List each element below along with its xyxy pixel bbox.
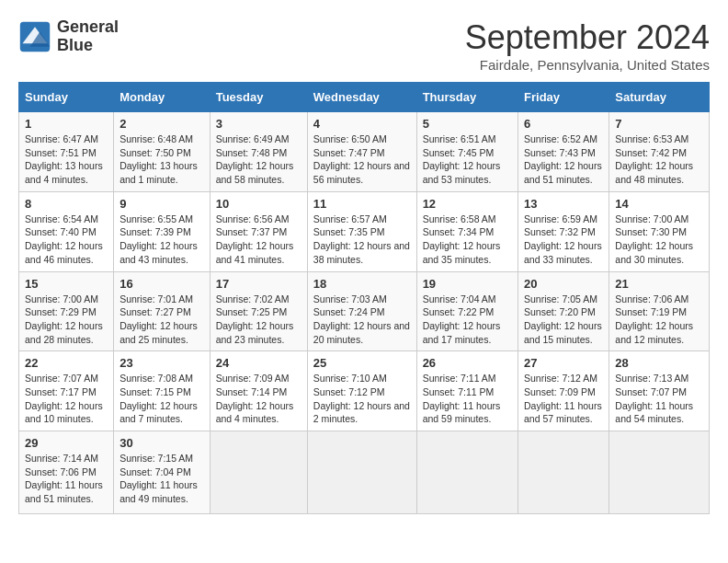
weekday-header-wednesday: Wednesday: [307, 83, 416, 112]
calendar-cell: [609, 431, 710, 514]
day-number: 26: [423, 356, 512, 370]
day-number: 9: [119, 197, 204, 211]
day-detail: Sunrise: 7:13 AMSunset: 7:07 PMDaylight:…: [615, 373, 693, 424]
calendar-cell: [307, 431, 416, 514]
calendar-cell: 2 Sunrise: 6:48 AMSunset: 7:50 PMDayligh…: [114, 112, 210, 192]
calendar-cell: 24 Sunrise: 7:09 AMSunset: 7:14 PMDaylig…: [210, 351, 307, 431]
day-detail: Sunrise: 7:01 AMSunset: 7:27 PMDaylight:…: [119, 293, 198, 345]
day-number: 17: [216, 277, 301, 291]
calendar-cell: 9 Sunrise: 6:55 AMSunset: 7:39 PMDayligh…: [114, 191, 210, 271]
day-detail: Sunrise: 7:08 AMSunset: 7:15 PMDaylight:…: [119, 373, 198, 424]
calendar-cell: 14 Sunrise: 7:00 AMSunset: 7:30 PMDaylig…: [609, 191, 710, 271]
month-title: September 2024: [465, 18, 710, 57]
day-number: 13: [524, 197, 603, 211]
weekday-header-friday: Friday: [518, 83, 609, 112]
calendar-cell: 10 Sunrise: 6:56 AMSunset: 7:37 PMDaylig…: [210, 191, 307, 271]
day-number: 8: [25, 197, 108, 211]
day-detail: Sunrise: 6:49 AMSunset: 7:48 PMDaylight:…: [216, 133, 294, 185]
calendar-table: SundayMondayTuesdayWednesdayThursdayFrid…: [18, 82, 710, 514]
page-header: General Blue September 2024 Fairdale, Pe…: [18, 18, 710, 73]
calendar-cell: 28 Sunrise: 7:13 AMSunset: 7:07 PMDaylig…: [609, 351, 710, 431]
day-detail: Sunrise: 6:59 AMSunset: 7:32 PMDaylight:…: [524, 213, 602, 265]
day-detail: Sunrise: 7:06 AMSunset: 7:19 PMDaylight:…: [615, 293, 693, 345]
weekday-header-sunday: Sunday: [19, 83, 114, 112]
day-number: 5: [423, 117, 512, 131]
day-number: 22: [25, 356, 108, 370]
day-detail: Sunrise: 6:51 AMSunset: 7:45 PMDaylight:…: [423, 133, 501, 185]
weekday-header-tuesday: Tuesday: [210, 83, 307, 112]
calendar-cell: 19 Sunrise: 7:04 AMSunset: 7:22 PMDaylig…: [416, 271, 518, 351]
day-detail: Sunrise: 7:00 AMSunset: 7:30 PMDaylight:…: [615, 213, 693, 265]
day-detail: Sunrise: 6:48 AMSunset: 7:50 PMDaylight:…: [119, 133, 198, 185]
calendar-cell: 22 Sunrise: 7:07 AMSunset: 7:17 PMDaylig…: [19, 351, 114, 431]
weekday-header-monday: Monday: [114, 83, 210, 112]
day-number: 21: [615, 277, 703, 291]
calendar-cell: 8 Sunrise: 6:54 AMSunset: 7:40 PMDayligh…: [19, 191, 114, 271]
day-number: 4: [313, 117, 411, 131]
weekday-header-saturday: Saturday: [609, 83, 710, 112]
day-number: 7: [615, 117, 703, 131]
day-number: 18: [313, 277, 411, 291]
calendar-cell: 23 Sunrise: 7:08 AMSunset: 7:15 PMDaylig…: [114, 351, 210, 431]
day-detail: Sunrise: 6:57 AMSunset: 7:35 PMDaylight:…: [313, 213, 410, 265]
day-number: 28: [615, 356, 703, 370]
day-detail: Sunrise: 7:15 AMSunset: 7:04 PMDaylight:…: [119, 453, 198, 504]
day-number: 3: [216, 117, 301, 131]
day-detail: Sunrise: 7:05 AMSunset: 7:20 PMDaylight:…: [524, 293, 602, 345]
day-detail: Sunrise: 7:04 AMSunset: 7:22 PMDaylight:…: [423, 293, 501, 345]
day-number: 27: [524, 356, 603, 370]
day-number: 20: [524, 277, 603, 291]
day-detail: Sunrise: 7:12 AMSunset: 7:09 PMDaylight:…: [524, 373, 602, 424]
calendar-cell: 13 Sunrise: 6:59 AMSunset: 7:32 PMDaylig…: [518, 191, 609, 271]
day-number: 14: [615, 197, 703, 211]
day-number: 1: [25, 117, 108, 131]
logo-icon: [18, 20, 51, 53]
calendar-cell: 5 Sunrise: 6:51 AMSunset: 7:45 PMDayligh…: [416, 112, 518, 192]
day-detail: Sunrise: 6:58 AMSunset: 7:34 PMDaylight:…: [423, 213, 501, 265]
calendar-cell: 12 Sunrise: 6:58 AMSunset: 7:34 PMDaylig…: [416, 191, 518, 271]
day-detail: Sunrise: 6:52 AMSunset: 7:43 PMDaylight:…: [524, 133, 602, 185]
day-number: 30: [119, 436, 204, 450]
day-number: 19: [423, 277, 512, 291]
calendar-cell: 26 Sunrise: 7:11 AMSunset: 7:11 PMDaylig…: [416, 351, 518, 431]
day-detail: Sunrise: 7:07 AMSunset: 7:17 PMDaylight:…: [25, 373, 103, 424]
day-detail: Sunrise: 6:53 AMSunset: 7:42 PMDaylight:…: [615, 133, 693, 185]
day-detail: Sunrise: 6:50 AMSunset: 7:47 PMDaylight:…: [313, 133, 410, 185]
day-detail: Sunrise: 6:47 AMSunset: 7:51 PMDaylight:…: [25, 133, 103, 185]
day-number: 16: [119, 277, 204, 291]
calendar-cell: [518, 431, 609, 514]
day-detail: Sunrise: 7:10 AMSunset: 7:12 PMDaylight:…: [313, 373, 410, 424]
day-detail: Sunrise: 7:00 AMSunset: 7:29 PMDaylight:…: [25, 293, 103, 345]
calendar-cell: 18 Sunrise: 7:03 AMSunset: 7:24 PMDaylig…: [307, 271, 416, 351]
calendar-cell: [210, 431, 307, 514]
day-detail: Sunrise: 7:02 AMSunset: 7:25 PMDaylight:…: [216, 293, 294, 345]
calendar-cell: 17 Sunrise: 7:02 AMSunset: 7:25 PMDaylig…: [210, 271, 307, 351]
calendar-cell: 6 Sunrise: 6:52 AMSunset: 7:43 PMDayligh…: [518, 112, 609, 192]
weekday-header-row: SundayMondayTuesdayWednesdayThursdayFrid…: [19, 83, 710, 112]
calendar-cell: 25 Sunrise: 7:10 AMSunset: 7:12 PMDaylig…: [307, 351, 416, 431]
day-number: 15: [25, 277, 108, 291]
calendar-cell: 27 Sunrise: 7:12 AMSunset: 7:09 PMDaylig…: [518, 351, 609, 431]
day-detail: Sunrise: 7:09 AMSunset: 7:14 PMDaylight:…: [216, 373, 294, 424]
day-detail: Sunrise: 7:03 AMSunset: 7:24 PMDaylight:…: [313, 293, 410, 345]
calendar-cell: 30 Sunrise: 7:15 AMSunset: 7:04 PMDaylig…: [114, 431, 210, 514]
calendar-cell: 1 Sunrise: 6:47 AMSunset: 7:51 PMDayligh…: [19, 112, 114, 192]
day-detail: Sunrise: 6:54 AMSunset: 7:40 PMDaylight:…: [25, 213, 103, 265]
day-detail: Sunrise: 7:11 AMSunset: 7:11 PMDaylight:…: [423, 373, 501, 424]
calendar-cell: 7 Sunrise: 6:53 AMSunset: 7:42 PMDayligh…: [609, 112, 710, 192]
calendar-cell: 20 Sunrise: 7:05 AMSunset: 7:20 PMDaylig…: [518, 271, 609, 351]
logo-text: General Blue: [57, 18, 119, 55]
subtitle: Fairdale, Pennsylvania, United States: [465, 57, 710, 73]
title-section: September 2024 Fairdale, Pennsylvania, U…: [465, 18, 710, 73]
day-detail: Sunrise: 6:55 AMSunset: 7:39 PMDaylight:…: [119, 213, 198, 265]
weekday-header-thursday: Thursday: [416, 83, 518, 112]
logo: General Blue: [18, 18, 119, 55]
day-number: 12: [423, 197, 512, 211]
day-number: 25: [313, 356, 411, 370]
day-detail: Sunrise: 6:56 AMSunset: 7:37 PMDaylight:…: [216, 213, 294, 265]
day-number: 2: [119, 117, 204, 131]
calendar-cell: 4 Sunrise: 6:50 AMSunset: 7:47 PMDayligh…: [307, 112, 416, 192]
day-detail: Sunrise: 7:14 AMSunset: 7:06 PMDaylight:…: [25, 453, 103, 504]
calendar-cell: 16 Sunrise: 7:01 AMSunset: 7:27 PMDaylig…: [114, 271, 210, 351]
calendar-cell: 3 Sunrise: 6:49 AMSunset: 7:48 PMDayligh…: [210, 112, 307, 192]
